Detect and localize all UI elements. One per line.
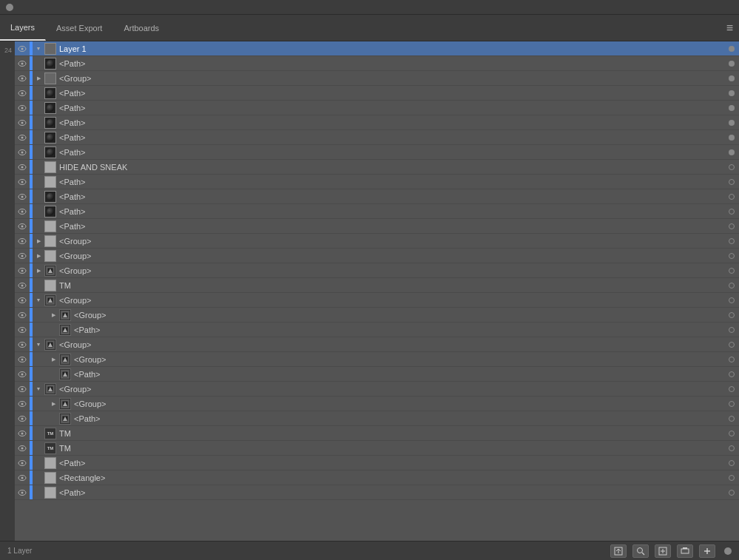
layer-color-circle[interactable] [724,367,739,382]
search-icon-btn[interactable] [632,544,649,558]
layer-row[interactable]: ▼<Group> [15,382,739,397]
layer-color-circle[interactable] [724,278,739,293]
eye-visibility-icon[interactable] [15,115,30,130]
collapse-right-icon[interactable]: ▶ [47,308,59,323]
eye-visibility-icon[interactable] [15,278,30,293]
layer-color-circle[interactable] [724,234,739,249]
layer-row[interactable]: <Path> [15,485,739,500]
collapse-down-icon[interactable]: ▼ [33,337,44,352]
add-icon-btn[interactable] [699,544,715,558]
layer-row[interactable]: <Path> [15,56,739,71]
layer-color-circle[interactable] [724,382,739,397]
layer-row[interactable]: ▼<Group> [15,337,739,352]
collapse-right-icon[interactable]: ▶ [33,249,44,263]
eye-visibility-icon[interactable] [15,367,30,382]
eye-visibility-icon[interactable] [15,382,30,397]
eye-visibility-icon[interactable] [15,175,30,189]
close-button[interactable] [6,4,13,11]
eye-visibility-icon[interactable] [15,323,30,337]
eye-visibility-icon[interactable] [15,485,30,500]
eye-visibility-icon[interactable] [15,470,30,485]
eye-visibility-icon[interactable] [15,234,30,249]
layer-row[interactable]: ▶<Group> [15,397,739,411]
collapse-down-icon[interactable]: ▼ [33,382,44,397]
layer-color-circle[interactable] [724,323,739,337]
eye-visibility-icon[interactable] [15,56,30,71]
layers-panel[interactable]: ▼Layer 1<Path>▶<Group><Path><Path><Path>… [15,41,739,541]
eye-visibility-icon[interactable] [15,204,30,219]
eye-visibility-icon[interactable] [15,426,30,441]
layer-row[interactable]: <Path> [15,411,739,426]
layer-color-circle[interactable] [724,337,739,352]
eye-visibility-icon[interactable] [15,293,30,308]
eye-visibility-icon[interactable] [15,249,30,263]
layer-row[interactable]: TMTM [15,426,739,441]
layer-row[interactable]: ▶<Group> [15,263,739,278]
eye-visibility-icon[interactable] [15,441,30,456]
layer-color-circle[interactable] [724,219,739,234]
layer-row[interactable]: <Rectangle> [15,470,739,485]
layer-row[interactable]: ▶<Group> [15,308,739,323]
layer-row[interactable]: ▶<Group> [15,71,739,86]
new-layer-icon-btn[interactable] [655,544,671,558]
collapse-right-icon[interactable]: ▶ [33,71,44,86]
group-icon-btn[interactable] [677,544,693,558]
layer-row[interactable]: HIDE AND SNEAK [15,160,739,175]
layer-row[interactable]: <Path> [15,323,739,337]
layer-color-circle[interactable] [724,397,739,411]
layer-color-circle[interactable] [724,352,739,367]
layer-row[interactable]: <Path> [15,189,739,204]
tab-asset-export[interactable]: Asset Export [46,15,113,41]
eye-visibility-icon[interactable] [15,308,30,323]
layer-color-circle[interactable] [724,308,739,323]
collapse-down-icon[interactable]: ▼ [33,41,44,56]
eye-visibility-icon[interactable] [15,337,30,352]
layer-color-circle[interactable] [724,160,739,175]
layer-color-circle[interactable] [724,485,739,500]
layer-color-circle[interactable] [724,175,739,189]
eye-visibility-icon[interactable] [15,456,30,470]
collapse-right-icon[interactable]: ▶ [33,263,44,278]
eye-visibility-icon[interactable] [15,352,30,367]
layer-color-circle[interactable] [724,71,739,86]
layer-color-circle[interactable] [724,86,739,101]
eye-visibility-icon[interactable] [15,411,30,426]
layer-color-circle[interactable] [724,130,739,145]
layer-color-circle[interactable] [724,263,739,278]
eye-visibility-icon[interactable] [15,130,30,145]
layer-row[interactable]: ▼<Group> [15,293,739,308]
tab-layers[interactable]: Layers [0,15,46,41]
layer-row[interactable]: <Path> [15,115,739,130]
layer-row[interactable]: ▶<Group> [15,234,739,249]
layer-row[interactable]: ▶<Group> [15,352,739,367]
eye-visibility-icon[interactable] [15,71,30,86]
tab-artboards[interactable]: Artboards [113,15,170,41]
eye-visibility-icon[interactable] [15,41,30,56]
layer-row[interactable]: ▶<Group> [15,249,739,263]
collapse-right-icon[interactable]: ▶ [47,397,59,411]
layer-color-circle[interactable] [724,115,739,130]
layer-color-circle[interactable] [724,249,739,263]
collapse-right-icon[interactable]: ▶ [33,234,44,249]
layer-row[interactable]: <Path> [15,456,739,470]
eye-visibility-icon[interactable] [15,189,30,204]
layer-row[interactable]: <Path> [15,101,739,115]
layer-row[interactable]: TMTM [15,441,739,456]
layer-row[interactable]: <Path> [15,175,739,189]
layer-row[interactable]: <Path> [15,145,739,160]
layer-row[interactable]: ▼Layer 1 [15,41,739,56]
layer-color-circle[interactable] [724,204,739,219]
layer-color-circle[interactable] [724,56,739,71]
eye-visibility-icon[interactable] [15,86,30,101]
panel-menu-icon[interactable]: ≡ [726,21,733,35]
layer-row[interactable]: <Path> [15,86,739,101]
collapse-right-icon[interactable]: ▶ [47,352,59,367]
eye-visibility-icon[interactable] [15,219,30,234]
eye-visibility-icon[interactable] [15,160,30,175]
layer-row[interactable]: <Path> [15,204,739,219]
collapse-down-icon[interactable]: ▼ [33,293,44,308]
layer-color-circle[interactable] [724,293,739,308]
layer-row[interactable]: <Path> [15,219,739,234]
layer-row[interactable]: TM [15,278,739,293]
layer-color-circle[interactable] [724,411,739,426]
